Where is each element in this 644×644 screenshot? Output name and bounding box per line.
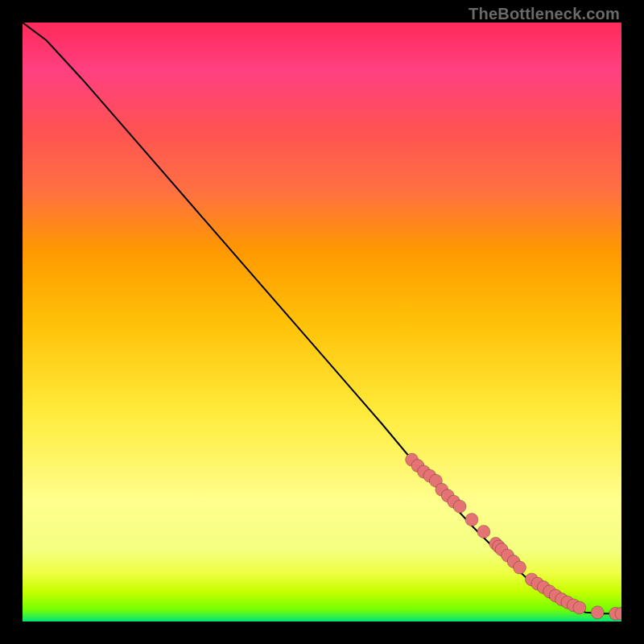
scatter-points	[406, 453, 621, 620]
data-point	[573, 601, 586, 614]
data-point	[514, 561, 526, 574]
data-point	[465, 514, 478, 526]
data-point	[477, 525, 490, 538]
plot-area	[23, 23, 621, 621]
data-point	[453, 500, 466, 513]
chart-frame: TheBottleneck.com	[0, 0, 644, 644]
attribution-label: TheBottleneck.com	[469, 5, 620, 23]
chart-overlay	[23, 23, 621, 621]
data-point	[591, 606, 604, 619]
bottleneck-curve	[23, 23, 621, 613]
